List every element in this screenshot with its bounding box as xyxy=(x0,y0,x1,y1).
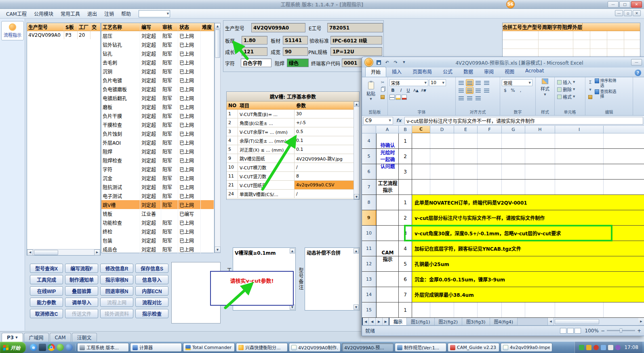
align-center-icon[interactable] xyxy=(466,87,474,94)
process-row[interactable]: 层压 刘定超 阳军 已上网 xyxy=(101,31,214,40)
action-button[interactable]: 保存信息S xyxy=(135,264,168,273)
save-icon[interactable] xyxy=(375,59,382,66)
cell-b[interactable]: 3 xyxy=(399,226,412,241)
process-row[interactable]: 去毛刺 刘定超 阳军 已上网 xyxy=(101,58,214,67)
cell-b[interactable] xyxy=(399,180,412,194)
orientation-icon[interactable] xyxy=(483,79,490,86)
menu-item[interactable]: 公用模块 xyxy=(30,9,57,18)
fx-icon[interactable]: fx xyxy=(394,118,403,123)
redo-icon[interactable]: ↷ xyxy=(392,59,399,66)
cell-c[interactable]: 此单是NOVATECH订单，终端代码是V2QV-0001 xyxy=(412,195,644,210)
process-row[interactable]: 铣板 江业善 已编写 xyxy=(101,209,214,218)
column-header[interactable]: 外层 xyxy=(572,23,583,31)
task-button[interactable]: 工程系统 版本... xyxy=(77,343,129,352)
column-header[interactable]: 工艺名称 xyxy=(101,23,140,31)
cell-b[interactable]: 4 xyxy=(399,241,412,256)
cell-b[interactable]: 2 xyxy=(399,149,412,164)
horizontal-scrollbar[interactable]: ◀ ▶ xyxy=(27,249,100,255)
tray-input-icon[interactable] xyxy=(615,345,621,350)
field-acceptance-standard[interactable]: IPC-6012 II级 xyxy=(330,36,382,44)
green-app-icon[interactable] xyxy=(57,344,64,351)
field-board-material[interactable]: S1141 xyxy=(283,36,308,44)
italic-button[interactable]: I xyxy=(397,87,404,94)
field-production-model[interactable]: 4V2QV099A0 xyxy=(251,23,305,32)
column-header[interactable]: 审核 xyxy=(161,23,178,31)
menu-item[interactable]: 注销 xyxy=(101,9,118,18)
task-button[interactable]: 计算器 xyxy=(130,343,182,352)
column-header[interactable]: C xyxy=(412,126,430,133)
column-header[interactable]: E xyxy=(454,126,478,133)
editing-button[interactable]: 排序和筛选 xyxy=(595,78,617,88)
fill-color-icon[interactable] xyxy=(396,95,401,100)
process-row[interactable]: 铝外钻孔 刘定超 阳军 已上网 xyxy=(101,40,214,49)
cell-c[interactable] xyxy=(412,133,644,148)
prev-sheet-icon[interactable]: ◀ xyxy=(369,318,376,325)
cell-c[interactable]: v-cut角度30度，深度0.5+/-0.1mm，忽略v-cut层的v-cut要… xyxy=(412,226,644,241)
ribbon-tab[interactable]: Acrobat xyxy=(520,67,549,77)
comma-format-icon[interactable]: , xyxy=(517,87,524,94)
merge-empty-row[interactable] xyxy=(503,31,640,40)
mdi-close-icon[interactable]: ✕ xyxy=(633,10,641,16)
column-header[interactable]: G xyxy=(502,126,525,133)
styles-button[interactable]: 样式 ▼ xyxy=(537,78,553,96)
row-header[interactable]: 6 xyxy=(362,164,376,179)
last-sheet-icon[interactable]: ▶ xyxy=(383,318,389,325)
cell-a-confirm-note[interactable]: 待确认 光绘时 一起确 认问题 xyxy=(377,133,399,180)
column-header[interactable]: 编写 xyxy=(140,23,161,31)
formula-input[interactable]: v-cut层部分标注尺寸与实际文件不一样，请按实际文件制作 xyxy=(404,117,643,125)
tray-network-icon[interactable] xyxy=(601,345,606,350)
column-header[interactable]: 生产型号 xyxy=(522,23,542,31)
process-row[interactable]: 负片蚀刻 刘定超 阳军 已上网 xyxy=(101,129,214,138)
column-header[interactable]: D xyxy=(430,126,454,133)
ribbon-tab[interactable]: 视图 xyxy=(499,67,520,77)
column-header[interactable]: 状态 xyxy=(178,23,201,31)
mdi-minimize-icon[interactable]: — xyxy=(615,10,623,16)
chrome-icon[interactable] xyxy=(48,344,55,351)
column-header[interactable]: 项目 xyxy=(238,101,295,109)
action-button[interactable]: 能力参数 xyxy=(30,298,63,307)
name-box[interactable]: C9 ▼ xyxy=(363,117,393,125)
minimize-icon[interactable]: — xyxy=(608,1,619,8)
column-header[interactable]: 工厂 xyxy=(78,23,90,31)
vcut-parameter-row[interactable]: 4 余厚(T)公差± ... (mm) 0.1 xyxy=(227,136,359,145)
tray-update-icon[interactable] xyxy=(586,345,591,350)
model-notes-textarea[interactable]: 动态补偿不合拼 ▲ ▼ xyxy=(305,247,360,311)
blue-app-icon[interactable] xyxy=(65,344,73,351)
scroll-up-icon[interactable]: ▲ xyxy=(354,101,359,107)
excel-minimize-icon[interactable]: — xyxy=(631,59,642,66)
cut-icon[interactable]: ✂ xyxy=(379,79,386,85)
process-row[interactable]: 阻抗测试 刘定超 阳军 已上网 xyxy=(101,182,214,191)
align-right-icon[interactable] xyxy=(474,87,482,94)
process-row[interactable]: 沉金 刘定超 阳军 已上网 xyxy=(101,173,214,182)
action-button[interactable]: 调单导入 xyxy=(65,298,98,307)
normal-view-icon[interactable] xyxy=(560,328,566,334)
column-header[interactable]: 合拼工号 xyxy=(503,23,522,31)
action-button[interactable]: 接外调资料 xyxy=(100,309,133,318)
align-top-icon[interactable] xyxy=(457,79,465,86)
process-row[interactable]: 跳V槽 刘定超 阳军 已上网 xyxy=(101,200,214,209)
cell-b[interactable]: 6 xyxy=(399,272,412,287)
cells-button[interactable]: 插入 ▼ xyxy=(556,78,583,86)
align-middle-icon[interactable] xyxy=(466,79,474,86)
process-row[interactable]: 钻孔 刘定超 阳军 已上网 xyxy=(101,49,214,58)
ribbon-tab[interactable]: 审阅 xyxy=(479,67,499,77)
editing-button[interactable]: 查找和选择 xyxy=(595,89,617,99)
row-header[interactable]: 7 xyxy=(362,180,376,194)
action-button[interactable]: 型号查询X xyxy=(30,264,63,273)
cell-b[interactable]: 1 xyxy=(399,302,412,317)
task-button[interactable]: CAM_Guide v2.23 xyxy=(448,343,499,352)
vertical-scrollbar[interactable]: ▲ ▼ xyxy=(354,101,359,199)
menu-item[interactable]: 帮助 xyxy=(118,9,135,18)
process-row[interactable]: 电镀后翻孔 刘定超 阳军 已上网 xyxy=(101,93,214,102)
font-size-select[interactable]: 10 ▼ xyxy=(429,79,446,86)
borders-icon[interactable] xyxy=(389,95,395,100)
sheet-tab[interactable]: 图3(fig3) xyxy=(462,318,490,325)
menu-combobox[interactable]: ▼ xyxy=(139,10,170,17)
cells-button[interactable]: 删除 ▼ xyxy=(556,86,583,93)
menu-item[interactable]: 退出 xyxy=(84,9,101,18)
ribbon-tab[interactable]: 页面布局 xyxy=(407,67,437,77)
action-button[interactable]: 流程对比 xyxy=(135,298,168,307)
font-name-select[interactable]: 宋体 ▼ xyxy=(389,79,428,86)
underline-button[interactable]: U xyxy=(405,87,412,94)
model-row[interactable]: 4V2QV099A0 P3 20 xyxy=(27,31,100,39)
